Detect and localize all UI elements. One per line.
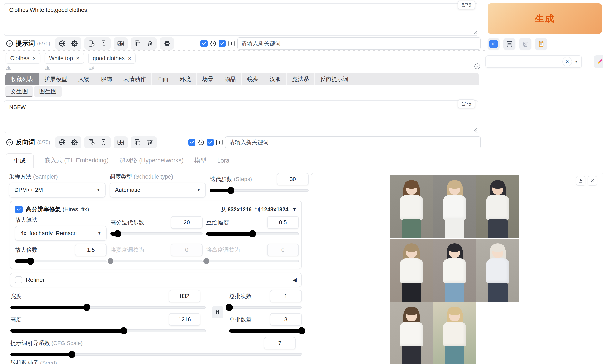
clear-selection-icon[interactable]: × — [562, 57, 572, 66]
tag-white-top[interactable]: White top× — [45, 53, 84, 64]
collapse-circle-up-icon[interactable] — [6, 138, 13, 146]
cfg-input[interactable] — [264, 337, 296, 349]
refiner-checkbox[interactable] — [15, 276, 22, 284]
generated-image-7[interactable] — [390, 302, 433, 364]
cfg-slider[interactable] — [11, 351, 302, 358]
upscaler-select[interactable]: 4x_foolhardy_Remacri▼ — [15, 226, 107, 241]
globe-icon[interactable] — [58, 40, 66, 47]
category-tab-clothing[interactable]: 服饰 — [95, 73, 118, 85]
param-tab-lora[interactable]: Lora — [217, 153, 229, 167]
collapse-circle-icon[interactable] — [6, 40, 13, 47]
batch-size-slider[interactable] — [229, 327, 302, 334]
copy-icon[interactable] — [134, 40, 141, 47]
param-tab-embedding[interactable]: 嵌入式 (T.I. Embedding) — [44, 153, 109, 167]
generated-image-8[interactable] — [433, 302, 476, 364]
category-tab-hanfu[interactable]: 汉服 — [264, 73, 287, 85]
generated-image-6[interactable] — [476, 239, 519, 302]
steps-slider[interactable] — [210, 187, 309, 194]
negative-new-keyword-input[interactable] — [225, 136, 481, 148]
generated-image-4[interactable] — [390, 239, 433, 302]
tag-clothes[interactable]: Clothes× — [6, 53, 40, 64]
hires-size-summary[interactable]: 从832x1216 到1248x1824 ▼ — [221, 206, 297, 213]
bookmark-star-icon[interactable] — [100, 40, 107, 47]
param-tab-model[interactable]: 模型 — [194, 153, 207, 167]
height-input[interactable] — [169, 313, 200, 326]
tags-expand-chevron-icon[interactable] — [474, 63, 481, 70]
openai-icon[interactable] — [163, 40, 171, 47]
tag-close-icon[interactable]: × — [33, 55, 36, 62]
translate-ab-icon[interactable]: AB — [117, 139, 124, 146]
paintbrush-button[interactable] — [594, 55, 603, 68]
hires-steps-slider[interactable] — [110, 230, 203, 237]
prompt-textarea[interactable]: Clothes,White top,good clothes, — [4, 3, 478, 36]
steps-input[interactable] — [277, 173, 309, 186]
history-clock-icon[interactable] — [197, 139, 205, 146]
category-tab-magic[interactable]: 魔法系 — [287, 73, 315, 85]
category-tab-character[interactable]: 人物 — [73, 73, 95, 85]
document-history-icon[interactable] — [88, 139, 95, 146]
category-tab-camera[interactable]: 镜头 — [242, 73, 264, 85]
gear-icon[interactable] — [71, 40, 78, 47]
prompt-toggle-2-checkbox[interactable] — [219, 40, 226, 47]
batch-count-input[interactable] — [270, 290, 302, 302]
schedule-select[interactable]: Automatic▼ — [110, 183, 206, 198]
negative-toggle-1-checkbox[interactable] — [188, 139, 196, 146]
negative-textarea[interactable]: NSFW — [4, 100, 478, 133]
category-tab-scene[interactable]: 场景 — [197, 73, 219, 85]
history-clock-icon[interactable] — [209, 40, 217, 47]
resize-handle-icon[interactable] — [473, 128, 477, 132]
trash-icon[interactable] — [146, 40, 153, 47]
resize-handle-icon[interactable] — [473, 31, 477, 34]
clipboard-button[interactable] — [535, 38, 547, 50]
swap-dimensions-button[interactable] — [212, 306, 223, 319]
generated-image-2[interactable] — [433, 175, 476, 238]
mode-tab-img2img[interactable]: 图生图 — [34, 86, 62, 97]
category-tab-expression[interactable]: 表情动作 — [118, 73, 152, 85]
category-tab-objects[interactable]: 物品 — [219, 73, 242, 85]
prompt-toggle-1-checkbox[interactable] — [200, 40, 208, 47]
category-tab-favorites[interactable]: 收藏列表 — [5, 73, 39, 85]
category-tab-environment[interactable]: 环境 — [174, 73, 197, 85]
copy-icon[interactable] — [134, 139, 141, 146]
wastebasket-button[interactable] — [519, 38, 531, 50]
notepad-button[interactable] — [503, 38, 515, 50]
negative-toggle-2-checkbox[interactable] — [207, 139, 214, 146]
generate-button[interactable]: 生成 — [487, 3, 602, 34]
param-tab-hypernetworks[interactable]: 超网络 (Hypernetworks) — [119, 153, 184, 167]
text-cursor-icon[interactable] — [228, 40, 235, 47]
width-slider[interactable] — [11, 304, 206, 311]
width-input[interactable] — [169, 290, 200, 302]
style-select[interactable]: × ▼ — [486, 55, 582, 68]
translate-ab-icon[interactable]: AB — [117, 40, 124, 47]
height-slider[interactable] — [11, 327, 206, 334]
denoise-slider[interactable] — [206, 230, 299, 237]
batch-count-slider[interactable] — [229, 304, 302, 311]
sampler-select[interactable]: DPM++ 2M▼ — [9, 183, 106, 198]
trash-icon[interactable] — [146, 139, 153, 146]
tag-close-icon[interactable]: × — [128, 55, 131, 62]
generated-image-3[interactable] — [476, 175, 519, 238]
upscale-by-slider[interactable] — [15, 257, 107, 265]
category-tab-frame[interactable]: 画面 — [152, 73, 174, 85]
gear-icon[interactable] — [71, 139, 78, 146]
send-to-button[interactable] — [487, 38, 500, 50]
close-gallery-button[interactable] — [588, 176, 597, 186]
hires-fix-checkbox[interactable] — [15, 206, 23, 213]
bookmark-star-icon[interactable] — [100, 139, 107, 146]
tag-translate-icon[interactable]: AB — [88, 65, 136, 71]
upscale-by-input[interactable] — [75, 244, 107, 256]
denoise-input[interactable] — [267, 216, 299, 229]
category-tab-extensions[interactable]: 扩展模型 — [39, 73, 73, 85]
tag-good-clothes[interactable]: good clothes× — [88, 53, 136, 64]
generated-image-1[interactable] — [390, 175, 433, 238]
mode-tab-txt2img[interactable]: 文生图 — [5, 86, 33, 97]
param-tab-generate[interactable]: 生成 — [6, 153, 34, 168]
tag-translate-icon[interactable]: AB — [6, 65, 40, 71]
document-history-icon[interactable] — [88, 40, 95, 47]
text-cursor-icon[interactable] — [216, 139, 223, 146]
tag-translate-icon[interactable]: AB — [45, 65, 84, 71]
download-image-button[interactable] — [576, 176, 585, 186]
batch-size-input[interactable] — [270, 313, 302, 326]
collapse-left-icon[interactable]: ◀ — [292, 277, 297, 283]
tag-close-icon[interactable]: × — [76, 55, 79, 62]
